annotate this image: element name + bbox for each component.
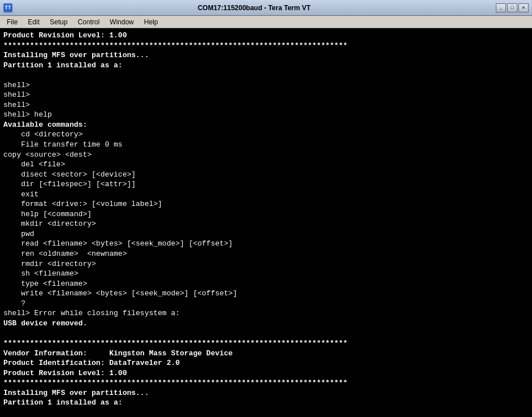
close-button[interactable]: ✕ — [518, 3, 529, 12]
window-title: COM17:115200baud - Tera Term VT — [16, 4, 492, 12]
title-bar-buttons: _ □ ✕ — [496, 3, 529, 12]
app-icon: TT — [3, 3, 12, 12]
title-bar: TT COM17:115200baud - Tera Term VT _ □ ✕ — [0, 0, 532, 16]
menu-bar: FileEditSetupControlWindowHelp — [0, 16, 532, 28]
menu-item-window[interactable]: Window — [105, 17, 139, 27]
menu-item-file[interactable]: File — [2, 17, 22, 27]
menu-item-control[interactable]: Control — [73, 17, 104, 27]
menu-item-setup[interactable]: Setup — [45, 17, 72, 27]
terminal-output[interactable]: Product Revision Level: 1.00 ***********… — [0, 28, 532, 417]
minimize-button[interactable]: _ — [496, 3, 506, 12]
menu-item-edit[interactable]: Edit — [23, 17, 44, 27]
menu-item-help[interactable]: Help — [140, 17, 163, 27]
maximize-button[interactable]: □ — [507, 3, 517, 12]
